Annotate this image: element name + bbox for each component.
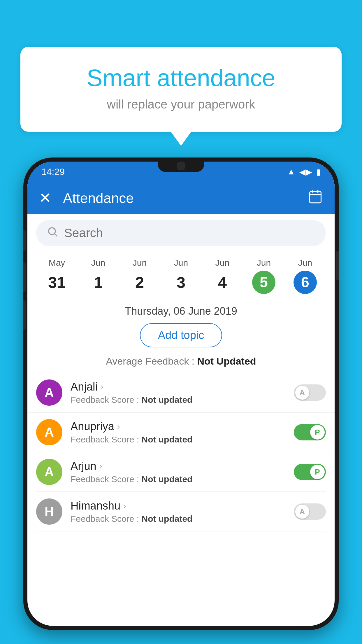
search-input[interactable] xyxy=(64,226,315,240)
volume-up-button xyxy=(23,262,26,292)
cal-month-label: Jun xyxy=(202,258,243,268)
feedback-score: Feedback Score : Not updated xyxy=(71,395,286,405)
avatar: A xyxy=(36,459,62,485)
avatar: H xyxy=(36,498,62,525)
cal-month-label: Jun xyxy=(284,258,326,268)
phone-screen: 14:29 ▲ ◀▶ ▮ ✕ Attendance xyxy=(27,162,335,626)
cal-date-number: 2 xyxy=(128,271,151,294)
camera xyxy=(177,162,185,170)
avg-feedback-label: Average Feedback : xyxy=(106,356,197,367)
wifi-icon: ▲ xyxy=(287,167,295,176)
cal-month-label: Jun xyxy=(160,258,202,268)
selected-date-label: Thursday, 06 June 2019 xyxy=(27,297,335,323)
chevron-icon: › xyxy=(123,501,126,511)
speech-bubble: Smart attendance will replace your paper… xyxy=(20,47,342,132)
cal-date-number: 3 xyxy=(169,271,193,294)
phone-notch xyxy=(158,158,204,172)
student-name: Arjun › xyxy=(71,460,286,473)
svg-line-5 xyxy=(55,234,57,237)
average-feedback: Average Feedback : Not Updated xyxy=(27,356,335,367)
cal-date-number: 5 xyxy=(252,271,275,294)
avatar: A xyxy=(36,379,62,406)
calendar-icon[interactable] xyxy=(308,189,323,207)
toggle-thumb: P xyxy=(310,465,325,479)
cal-date-number: 31 xyxy=(45,271,68,294)
feedback-score: Feedback Score : Not updated xyxy=(71,514,286,524)
cal-month-label: Jun xyxy=(243,258,284,268)
chevron-icon: › xyxy=(99,461,102,471)
calendar-day[interactable]: May31 xyxy=(36,258,78,294)
student-info: Himanshu ›Feedback Score : Not updated xyxy=(71,500,286,524)
student-name: Himanshu › xyxy=(71,500,286,512)
cal-month-label: Jun xyxy=(119,258,160,268)
calendar-strip: May31Jun1Jun2Jun3Jun4Jun5Jun6 xyxy=(27,252,335,297)
calendar-day[interactable]: Jun4 xyxy=(202,258,243,294)
toggle-track: P xyxy=(294,464,326,480)
bubble-subtitle: will replace your paperwork xyxy=(44,97,318,111)
power-button xyxy=(336,251,339,280)
toggle-thumb: P xyxy=(310,425,325,440)
chevron-icon: › xyxy=(117,421,120,431)
student-item[interactable]: AArjun ›Feedback Score : Not updatedP xyxy=(27,452,335,491)
calendar-day[interactable]: Jun6 xyxy=(284,258,326,294)
volume-down-button xyxy=(23,300,26,330)
student-name: Anjali › xyxy=(71,381,286,393)
student-info: Anupriya ›Feedback Score : Not updated xyxy=(71,420,286,444)
calendar-day[interactable]: Jun5 xyxy=(243,258,284,294)
student-item[interactable]: AAnjali ›Feedback Score : Not updatedA xyxy=(27,373,335,412)
app-bar: ✕ Attendance xyxy=(27,182,335,214)
status-time: 14:29 xyxy=(41,167,65,177)
cal-date-number: 1 xyxy=(87,271,110,294)
cal-date-number: 4 xyxy=(211,271,234,294)
toggle-track: A xyxy=(294,503,326,520)
attendance-toggle[interactable]: P xyxy=(294,424,326,440)
toggle-track: P xyxy=(294,424,326,440)
feedback-score: Feedback Score : Not updated xyxy=(71,435,286,444)
cal-date-number: 6 xyxy=(294,271,317,294)
phone-container: 14:29 ▲ ◀▶ ▮ ✕ Attendance xyxy=(23,158,339,644)
attendance-toggle[interactable]: A xyxy=(294,503,326,520)
student-info: Arjun ›Feedback Score : Not updated xyxy=(71,460,286,484)
student-item[interactable]: AAnupriya ›Feedback Score : Not updatedP xyxy=(27,412,335,452)
student-info: Anjali ›Feedback Score : Not updated xyxy=(71,381,286,405)
toggle-track: A xyxy=(294,384,326,401)
attendance-toggle[interactable]: P xyxy=(294,464,326,480)
toggle-thumb: A xyxy=(295,385,310,400)
chevron-icon: › xyxy=(101,382,103,392)
calendar-day[interactable]: Jun3 xyxy=(160,258,202,294)
avg-feedback-value: Not Updated xyxy=(197,356,256,367)
search-container[interactable] xyxy=(36,220,326,246)
svg-rect-0 xyxy=(310,192,321,203)
attendance-toggle[interactable]: A xyxy=(294,384,326,401)
battery-icon: ▮ xyxy=(316,167,321,177)
svg-point-4 xyxy=(49,228,55,235)
avatar: A xyxy=(36,419,62,445)
toggle-thumb: A xyxy=(295,504,310,519)
status-icons: ▲ ◀▶ ▮ xyxy=(287,167,321,177)
calendar-day[interactable]: Jun2 xyxy=(119,258,160,294)
student-name: Anupriya › xyxy=(71,420,286,433)
feedback-score: Feedback Score : Not updated xyxy=(71,474,286,484)
search-icon xyxy=(47,226,58,240)
student-list: AAnjali ›Feedback Score : Not updatedAAA… xyxy=(27,373,335,531)
app-bar-title: Attendance xyxy=(63,190,296,206)
phone-frame: 14:29 ▲ ◀▶ ▮ ✕ Attendance xyxy=(23,158,339,630)
signal-icon: ◀▶ xyxy=(299,167,312,177)
bubble-title: Smart attendance xyxy=(44,64,318,92)
close-button[interactable]: ✕ xyxy=(39,191,51,205)
calendar-day[interactable]: Jun1 xyxy=(78,258,119,294)
add-topic-button[interactable]: Add topic xyxy=(140,323,222,347)
cal-month-label: Jun xyxy=(78,258,119,268)
cal-month-label: May xyxy=(36,258,78,268)
student-item[interactable]: HHimanshu ›Feedback Score : Not updatedA xyxy=(27,492,335,531)
mute-button xyxy=(23,230,26,251)
